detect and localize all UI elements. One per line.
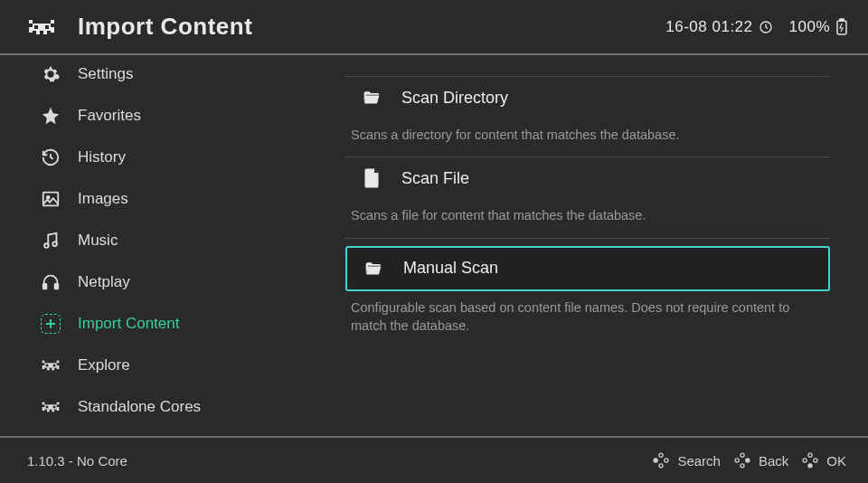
content-item-desc: Scans a file for content that matches th… — [345, 199, 816, 237]
svg-rect-0 — [29, 20, 33, 24]
header: Import Content 16-08 01:22 100% — [0, 0, 868, 55]
svg-rect-28 — [57, 402, 60, 405]
svg-point-41 — [735, 459, 739, 462]
sidebar-item-standalone-cores[interactable]: Standalone Cores — [0, 386, 307, 428]
svg-rect-33 — [53, 406, 56, 409]
svg-rect-23 — [46, 365, 49, 367]
footer-action-label: Back — [759, 453, 788, 469]
content-item-manual-scan: Manual Scan Configurable scan based on c… — [345, 246, 830, 348]
svg-point-36 — [659, 453, 663, 457]
image-icon — [40, 188, 61, 210]
svg-point-46 — [814, 459, 817, 462]
star-icon — [40, 105, 61, 127]
svg-point-45 — [803, 459, 807, 462]
invader-icon — [40, 355, 61, 376]
gear-icon — [40, 63, 61, 85]
svg-rect-17 — [55, 284, 59, 289]
content-item-desc: Configurable scan based on content file … — [345, 291, 816, 348]
svg-point-43 — [741, 464, 744, 468]
footer-version: 1.10.3 - No Core — [27, 453, 127, 469]
svg-rect-25 — [47, 368, 50, 371]
content-item-label: Scan Directory — [401, 89, 508, 108]
svg-point-44 — [808, 453, 812, 457]
sidebar-item-label: History — [78, 148, 126, 166]
footer-action-search[interactable]: Search — [652, 451, 721, 469]
footer-action-label: OK — [826, 453, 846, 469]
svg-rect-21 — [42, 365, 45, 369]
content-item-label: Manual Scan — [403, 259, 498, 278]
content-item-row[interactable]: Scan File — [345, 157, 830, 199]
sidebar-item-favorites[interactable]: Favorites — [0, 95, 307, 137]
sidebar-item-images[interactable]: Images — [0, 178, 307, 220]
history-icon — [40, 147, 61, 168]
svg-rect-16 — [43, 284, 47, 289]
svg-rect-4 — [51, 27, 54, 33]
svg-rect-1 — [51, 20, 54, 24]
clock-icon — [759, 20, 773, 34]
sidebar-item-import-content[interactable]: Import Content — [0, 303, 307, 345]
footer-action-back[interactable]: Back — [733, 451, 788, 469]
dpad-icon — [733, 451, 751, 469]
sidebar-item-label: Explore — [78, 356, 130, 374]
sidebar-item-netplay[interactable]: Netplay — [0, 261, 307, 303]
sidebar-item-label: Import Content — [78, 315, 179, 333]
svg-point-38 — [665, 459, 668, 462]
sidebar-item-label: Favorites — [78, 107, 141, 125]
content-item-row[interactable]: Scan Directory — [345, 77, 830, 118]
invader-logo-icon — [25, 16, 58, 38]
status-bar: 16-08 01:22 100% — [665, 18, 848, 36]
svg-point-15 — [52, 242, 57, 246]
svg-rect-30 — [42, 407, 45, 411]
sidebar-item-history[interactable]: History — [0, 137, 307, 178]
sidebar-item-music[interactable]: Music — [0, 220, 307, 261]
svg-point-14 — [44, 243, 49, 248]
sidebar-item-label: Standalone Cores — [78, 398, 201, 416]
footer-action-ok[interactable]: OK — [801, 451, 846, 469]
svg-point-40 — [741, 453, 744, 457]
content-item-label: Scan File — [401, 169, 469, 188]
footer-actions: Search Back OK — [652, 451, 846, 469]
footer: 1.10.3 - No Core Search Back — [0, 436, 868, 483]
sidebar: Settings Favorites History — [0, 55, 307, 433]
svg-rect-5 — [34, 25, 38, 29]
svg-rect-32 — [46, 406, 49, 409]
content-item-row[interactable]: Manual Scan — [345, 246, 830, 291]
folder-open-icon — [363, 259, 383, 279]
svg-rect-27 — [42, 402, 45, 405]
content-panel: Scan Directory Scans a directory for con… — [307, 55, 868, 433]
content-item-scan-file: Scan File Scans a file for content that … — [345, 156, 830, 238]
svg-rect-6 — [45, 25, 49, 29]
sidebar-item-label: Images — [78, 190, 128, 208]
content-item-scan-directory: Scan Directory Scans a directory for con… — [345, 76, 830, 157]
main: Settings Favorites History — [0, 55, 868, 433]
svg-rect-3 — [29, 27, 33, 33]
invader-icon — [40, 396, 61, 418]
svg-rect-22 — [57, 365, 60, 369]
status-datetime: 16-08 01:22 — [665, 18, 752, 36]
svg-rect-7 — [36, 31, 40, 34]
svg-rect-18 — [42, 361, 45, 364]
svg-rect-34 — [47, 410, 50, 412]
svg-rect-11 — [840, 19, 844, 21]
music-icon — [40, 230, 61, 251]
sidebar-item-explore[interactable]: Explore — [0, 345, 307, 386]
sidebar-item-label: Netplay — [78, 273, 130, 291]
sidebar-item-settings[interactable]: Settings — [0, 55, 307, 95]
svg-rect-8 — [43, 31, 47, 34]
status-battery-pct: 100% — [789, 18, 830, 36]
svg-rect-35 — [52, 410, 54, 412]
content-item-desc: Scans a directory for content that match… — [345, 118, 816, 156]
sidebar-item-label: Music — [78, 232, 118, 250]
dpad-icon — [801, 451, 819, 469]
svg-rect-19 — [57, 361, 60, 364]
svg-rect-31 — [57, 407, 60, 411]
plus-box-icon — [40, 313, 61, 335]
file-icon — [362, 168, 382, 188]
sidebar-item-label: Settings — [78, 65, 133, 83]
svg-rect-12 — [43, 193, 59, 206]
footer-action-label: Search — [677, 453, 721, 469]
svg-point-39 — [659, 464, 663, 468]
svg-point-13 — [47, 196, 50, 199]
battery-charging-icon — [835, 18, 848, 36]
folder-open-icon — [362, 88, 382, 108]
